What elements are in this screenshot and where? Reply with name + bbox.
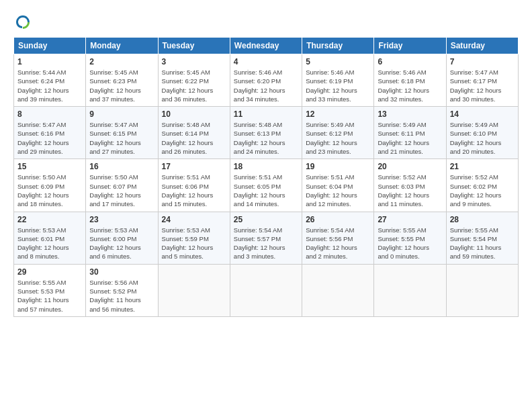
day-number: 15	[17, 162, 82, 171]
table-cell: 17Sunrise: 5:51 AMSunset: 6:06 PMDayligh…	[158, 159, 230, 212]
table-cell: 9Sunrise: 5:47 AMSunset: 6:15 PMDaylight…	[86, 107, 158, 159]
day-number: 13	[378, 109, 442, 119]
day-detail: Sunrise: 5:55 AMSunset: 5:53 PMDaylight:…	[17, 278, 82, 314]
day-number: 10	[162, 109, 226, 119]
table-cell: 18Sunrise: 5:51 AMSunset: 6:05 PMDayligh…	[230, 159, 302, 212]
calendar-week-3: 15Sunrise: 5:50 AMSunset: 6:09 PMDayligh…	[14, 159, 519, 212]
table-cell: 23Sunrise: 5:53 AMSunset: 6:00 PMDayligh…	[86, 212, 158, 264]
calendar-week-2: 8Sunrise: 5:47 AMSunset: 6:16 PMDaylight…	[14, 107, 519, 159]
day-number: 24	[162, 215, 226, 224]
table-cell: 25Sunrise: 5:54 AMSunset: 5:57 PMDayligh…	[230, 212, 302, 264]
table-cell: 19Sunrise: 5:51 AMSunset: 6:04 PMDayligh…	[302, 159, 374, 212]
day-number: 16	[89, 162, 154, 171]
table-cell: 5Sunrise: 5:46 AMSunset: 6:19 PMDaylight…	[302, 54, 374, 107]
table-cell: 2Sunrise: 5:45 AMSunset: 6:23 PMDaylight…	[86, 54, 158, 107]
table-cell: 24Sunrise: 5:53 AMSunset: 5:59 PMDayligh…	[158, 212, 230, 264]
col-tuesday: Tuesday	[158, 38, 230, 54]
day-detail: Sunrise: 5:53 AMSunset: 5:59 PMDaylight:…	[162, 226, 226, 261]
day-number: 21	[450, 162, 515, 171]
table-cell: 16Sunrise: 5:50 AMSunset: 6:07 PMDayligh…	[86, 159, 158, 212]
day-number: 5	[306, 57, 370, 66]
day-detail: Sunrise: 5:46 AMSunset: 6:18 PMDaylight:…	[378, 68, 442, 103]
day-number: 27	[378, 215, 442, 224]
table-cell	[302, 264, 374, 316]
day-detail: Sunrise: 5:47 AMSunset: 6:15 PMDaylight:…	[89, 120, 154, 156]
day-detail: Sunrise: 5:47 AMSunset: 6:16 PMDaylight:…	[17, 120, 82, 156]
day-number: 25	[234, 215, 298, 224]
day-number: 3	[162, 57, 226, 66]
table-cell: 27Sunrise: 5:55 AMSunset: 5:55 PMDayligh…	[374, 212, 446, 264]
day-number: 8	[17, 109, 82, 119]
day-number: 18	[234, 162, 298, 171]
day-number: 14	[450, 109, 515, 119]
day-number: 28	[450, 215, 515, 224]
day-number: 19	[306, 162, 370, 171]
table-cell: 6Sunrise: 5:46 AMSunset: 6:18 PMDaylight…	[374, 54, 446, 107]
calendar-header-row: Sunday Monday Tuesday Wednesday Thursday…	[14, 38, 519, 54]
day-number: 6	[378, 57, 442, 66]
day-number: 2	[89, 57, 154, 66]
col-wednesday: Wednesday	[230, 38, 302, 54]
day-detail: Sunrise: 5:53 AMSunset: 6:00 PMDaylight:…	[89, 226, 154, 261]
logo-icon	[13, 13, 32, 32]
table-cell: 20Sunrise: 5:52 AMSunset: 6:03 PMDayligh…	[374, 159, 446, 212]
day-detail: Sunrise: 5:51 AMSunset: 6:06 PMDaylight:…	[162, 173, 226, 208]
col-thursday: Thursday	[302, 38, 374, 54]
day-detail: Sunrise: 5:53 AMSunset: 6:01 PMDaylight:…	[17, 226, 82, 261]
day-detail: Sunrise: 5:49 AMSunset: 6:11 PMDaylight:…	[378, 120, 442, 156]
day-detail: Sunrise: 5:49 AMSunset: 6:12 PMDaylight:…	[306, 120, 370, 156]
day-detail: Sunrise: 5:55 AMSunset: 5:54 PMDaylight:…	[450, 226, 515, 261]
day-detail: Sunrise: 5:50 AMSunset: 6:07 PMDaylight:…	[89, 173, 154, 208]
col-saturday: Saturday	[446, 38, 518, 54]
table-cell: 4Sunrise: 5:46 AMSunset: 6:20 PMDaylight…	[230, 54, 302, 107]
day-detail: Sunrise: 5:56 AMSunset: 5:52 PMDaylight:…	[89, 278, 154, 314]
day-number: 1	[17, 57, 82, 66]
table-cell	[374, 264, 446, 316]
day-number: 22	[17, 215, 82, 224]
table-cell: 7Sunrise: 5:47 AMSunset: 6:17 PMDaylight…	[446, 54, 518, 107]
col-friday: Friday	[374, 38, 446, 54]
day-detail: Sunrise: 5:51 AMSunset: 6:04 PMDaylight:…	[306, 173, 370, 208]
day-detail: Sunrise: 5:45 AMSunset: 6:23 PMDaylight:…	[89, 68, 154, 103]
table-cell: 30Sunrise: 5:56 AMSunset: 5:52 PMDayligh…	[86, 264, 158, 316]
table-cell: 11Sunrise: 5:48 AMSunset: 6:13 PMDayligh…	[230, 107, 302, 159]
col-monday: Monday	[86, 38, 158, 54]
day-detail: Sunrise: 5:54 AMSunset: 5:56 PMDaylight:…	[306, 226, 370, 261]
day-number: 7	[450, 57, 515, 66]
day-detail: Sunrise: 5:50 AMSunset: 6:09 PMDaylight:…	[17, 173, 82, 208]
day-number: 17	[162, 162, 226, 171]
table-cell: 8Sunrise: 5:47 AMSunset: 6:16 PMDaylight…	[14, 107, 86, 159]
table-cell: 13Sunrise: 5:49 AMSunset: 6:11 PMDayligh…	[374, 107, 446, 159]
table-cell: 15Sunrise: 5:50 AMSunset: 6:09 PMDayligh…	[14, 159, 86, 212]
day-detail: Sunrise: 5:46 AMSunset: 6:19 PMDaylight:…	[306, 68, 370, 103]
day-detail: Sunrise: 5:48 AMSunset: 6:14 PMDaylight:…	[162, 120, 226, 156]
table-cell: 12Sunrise: 5:49 AMSunset: 6:12 PMDayligh…	[302, 107, 374, 159]
day-number: 4	[234, 57, 298, 66]
day-detail: Sunrise: 5:49 AMSunset: 6:10 PMDaylight:…	[450, 120, 515, 156]
page: Sunday Monday Tuesday Wednesday Thursday…	[0, 0, 532, 411]
day-detail: Sunrise: 5:48 AMSunset: 6:13 PMDaylight:…	[234, 120, 298, 156]
day-detail: Sunrise: 5:47 AMSunset: 6:17 PMDaylight:…	[450, 68, 515, 103]
day-detail: Sunrise: 5:54 AMSunset: 5:57 PMDaylight:…	[234, 226, 298, 261]
calendar-week-1: 1Sunrise: 5:44 AMSunset: 6:24 PMDaylight…	[14, 54, 519, 107]
table-cell: 10Sunrise: 5:48 AMSunset: 6:14 PMDayligh…	[158, 107, 230, 159]
day-detail: Sunrise: 5:51 AMSunset: 6:05 PMDaylight:…	[234, 173, 298, 208]
logo	[13, 13, 35, 32]
table-cell: 21Sunrise: 5:52 AMSunset: 6:02 PMDayligh…	[446, 159, 518, 212]
day-number: 23	[89, 215, 154, 224]
table-cell: 26Sunrise: 5:54 AMSunset: 5:56 PMDayligh…	[302, 212, 374, 264]
day-detail: Sunrise: 5:45 AMSunset: 6:22 PMDaylight:…	[162, 68, 226, 103]
day-number: 30	[89, 267, 154, 277]
table-cell: 29Sunrise: 5:55 AMSunset: 5:53 PMDayligh…	[14, 264, 86, 316]
calendar-week-4: 22Sunrise: 5:53 AMSunset: 6:01 PMDayligh…	[14, 212, 519, 264]
table-cell: 22Sunrise: 5:53 AMSunset: 6:01 PMDayligh…	[14, 212, 86, 264]
day-number: 29	[17, 267, 82, 277]
calendar-table: Sunday Monday Tuesday Wednesday Thursday…	[13, 37, 519, 317]
day-detail: Sunrise: 5:44 AMSunset: 6:24 PMDaylight:…	[17, 68, 82, 103]
day-detail: Sunrise: 5:55 AMSunset: 5:55 PMDaylight:…	[378, 226, 442, 261]
table-cell: 28Sunrise: 5:55 AMSunset: 5:54 PMDayligh…	[446, 212, 518, 264]
table-cell: 14Sunrise: 5:49 AMSunset: 6:10 PMDayligh…	[446, 107, 518, 159]
day-number: 12	[306, 109, 370, 119]
header	[13, 10, 519, 32]
table-cell	[230, 264, 302, 316]
